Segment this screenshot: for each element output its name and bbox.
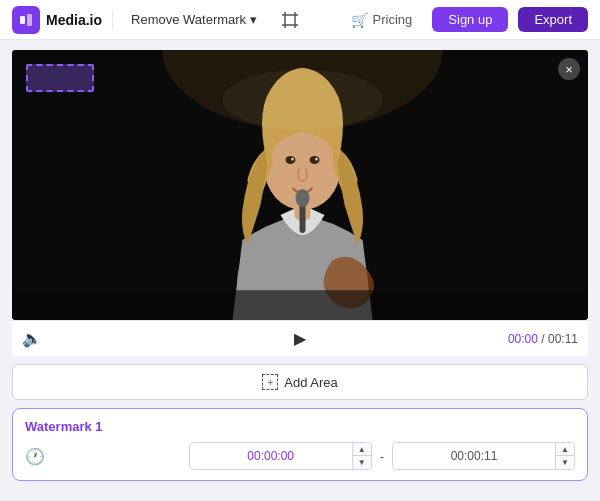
play-button[interactable]: ▶ bbox=[294, 329, 306, 348]
time-input-group-start: ▲ ▼ bbox=[189, 442, 372, 470]
svg-rect-2 bbox=[285, 15, 295, 25]
logo-icon bbox=[12, 6, 40, 34]
time-separator: / bbox=[541, 332, 548, 346]
header-divider bbox=[112, 10, 113, 30]
current-time: 00:00 bbox=[508, 332, 538, 346]
svg-point-16 bbox=[285, 156, 295, 164]
cart-icon: 🛒 bbox=[351, 12, 368, 28]
svg-rect-1 bbox=[27, 14, 32, 26]
controls-container: 🔈 ▶ 00:00 / 00:11 bbox=[12, 320, 588, 356]
svg-point-17 bbox=[310, 156, 320, 164]
svg-point-19 bbox=[315, 157, 318, 160]
close-button[interactable]: × bbox=[558, 58, 580, 80]
end-time-down[interactable]: ▼ bbox=[556, 456, 574, 469]
svg-rect-23 bbox=[12, 290, 588, 320]
video-frame bbox=[12, 50, 588, 320]
time-display: 00:00 / 00:11 bbox=[508, 332, 578, 346]
add-area-button[interactable]: + Add Area bbox=[12, 364, 588, 400]
time-range-separator: - bbox=[378, 449, 386, 464]
end-time-value[interactable] bbox=[393, 449, 555, 463]
signup-button[interactable]: Sign up bbox=[432, 7, 508, 32]
time-input-group-end: ▲ ▼ bbox=[392, 442, 575, 470]
start-time-value[interactable] bbox=[190, 449, 352, 463]
pricing-label: Pricing bbox=[373, 12, 413, 27]
svg-point-22 bbox=[222, 70, 382, 130]
start-time-input[interactable]: ▲ ▼ bbox=[189, 442, 372, 470]
watermark-time-row: 🕐 ▲ ▼ - ▲ ▼ bbox=[25, 442, 575, 470]
end-time-spinners: ▲ ▼ bbox=[555, 443, 574, 469]
svg-point-18 bbox=[291, 157, 294, 160]
start-time-spinners: ▲ ▼ bbox=[352, 443, 371, 469]
logo: Media.io bbox=[12, 6, 102, 34]
start-time-up[interactable]: ▲ bbox=[353, 443, 371, 456]
crop-icon-button[interactable] bbox=[275, 6, 305, 34]
watermark-title-text: Watermark bbox=[25, 419, 95, 434]
main-area: × 🔈 ▶ 00:00 / 00:11 + Add Area Watermark… bbox=[0, 40, 600, 481]
end-time-up[interactable]: ▲ bbox=[556, 443, 574, 456]
svg-point-21 bbox=[295, 189, 309, 207]
watermark-number: 1 bbox=[95, 419, 102, 434]
svg-rect-0 bbox=[20, 16, 25, 24]
watermark-selection-box[interactable] bbox=[26, 64, 94, 92]
controls-inner: 🔈 ▶ 00:00 / 00:11 bbox=[22, 329, 578, 348]
volume-icon: 🔈 bbox=[22, 329, 42, 348]
start-time-down[interactable]: ▼ bbox=[353, 456, 371, 469]
video-player: × bbox=[12, 50, 588, 320]
watermark-panel: Watermark 1 🕐 ▲ ▼ - ▲ bbox=[12, 408, 588, 481]
header: Media.io Remove Watermark ▾ 🛒 Pricing Si… bbox=[0, 0, 600, 40]
controls-row: 🔈 ▶ 00:00 / 00:11 bbox=[12, 320, 588, 356]
add-area-icon: + bbox=[262, 374, 278, 390]
add-area-label: Add Area bbox=[284, 375, 338, 390]
remove-watermark-label: Remove Watermark bbox=[131, 12, 246, 27]
pricing-button[interactable]: 🛒 Pricing bbox=[341, 7, 423, 33]
close-icon: × bbox=[565, 63, 573, 76]
remove-watermark-button[interactable]: Remove Watermark ▾ bbox=[123, 8, 265, 31]
logo-text: Media.io bbox=[46, 12, 102, 28]
clock-icon: 🕐 bbox=[25, 447, 45, 466]
total-time: 00:11 bbox=[548, 332, 578, 346]
chevron-down-icon: ▾ bbox=[250, 12, 257, 27]
end-time-input[interactable]: ▲ ▼ bbox=[392, 442, 575, 470]
watermark-title: Watermark 1 bbox=[25, 419, 575, 434]
export-button[interactable]: Export bbox=[518, 7, 588, 32]
